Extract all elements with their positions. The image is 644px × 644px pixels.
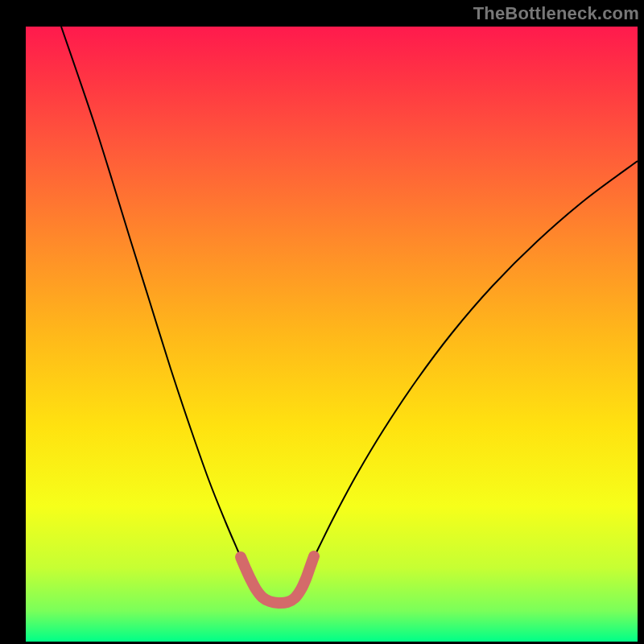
curve-overlay bbox=[0, 0, 644, 644]
watermark-label: TheBottleneck.com bbox=[473, 3, 639, 24]
series-minimum-highlight bbox=[241, 556, 314, 603]
chart-canvas: TheBottleneck.com bbox=[0, 0, 644, 644]
series-right-branch bbox=[309, 161, 638, 568]
series-left-branch bbox=[61, 27, 246, 568]
